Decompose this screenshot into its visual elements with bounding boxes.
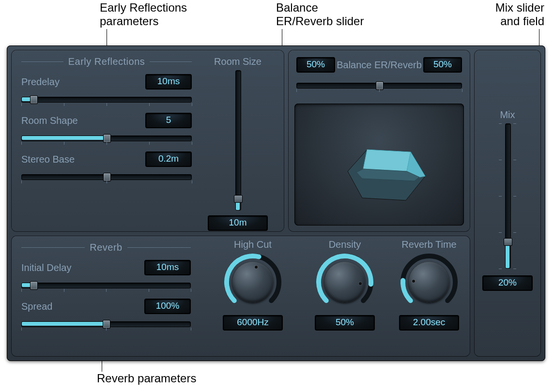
high-cut-knob[interactable] [224,253,282,311]
reverb-time-value[interactable]: 2.00sec [399,315,459,331]
room-size-slider[interactable] [233,70,243,211]
initial-delay-label: Initial Delay [21,262,71,273]
callout-reverb-params: Reverb parameters [97,372,196,385]
balance-slider[interactable] [296,78,462,92]
reverb-time-knob[interactable] [400,253,458,311]
reverb-time-label: Reverb Time [401,239,456,250]
initial-delay-value[interactable]: 10ms [144,260,191,275]
section-title-er: Early Reflections [68,56,145,67]
mix-value[interactable]: 20% [482,275,533,291]
spread-slider[interactable] [21,317,191,331]
density-label: Density [329,239,361,250]
room-shape-label: Room Shape [21,115,78,126]
mix-panel: Mix 20% [475,50,540,356]
early-reflections-panel: Early Reflections Predelay 10ms Room Sha… [12,50,284,231]
density-value[interactable]: 50% [315,315,375,331]
stereo-base-label: Stereo Base [21,154,75,165]
reverb-panel: Reverb Initial Delay 10ms Spread 100% [12,236,470,356]
predelay-value[interactable]: 10ms [145,74,192,90]
room-shape-value[interactable]: 5 [145,113,192,128]
balance-right-value[interactable]: 50% [423,57,462,73]
svg-marker-1 [363,150,411,171]
spread-label: Spread [21,301,53,312]
initial-delay-slider[interactable] [21,278,191,292]
room-size-value[interactable]: 10m [208,215,268,231]
high-cut-value[interactable]: 6000Hz [223,315,283,331]
callout-line [539,29,539,47]
high-cut-label: High Cut [234,239,272,250]
spread-value[interactable]: 100% [144,299,191,314]
room-shape-display [294,104,464,226]
stereo-base-value[interactable]: 0.2m [145,151,192,167]
reverb-plugin-window: Early Reflections Predelay 10ms Room Sha… [7,45,545,361]
density-knob[interactable] [316,253,374,311]
mix-slider[interactable] [503,123,512,269]
stereo-base-slider[interactable] [21,170,192,183]
callout-er-params: Early Reflections parameters [100,1,187,28]
mix-label: Mix [500,109,515,121]
predelay-slider[interactable] [21,92,192,106]
callout-balance: Balance ER/Reverb slider [276,1,364,28]
room-size-label: Room Size [214,56,262,67]
room-shape-slider[interactable] [21,131,192,145]
balance-left-value[interactable]: 50% [296,57,335,73]
section-title-reverb: Reverb [90,242,122,253]
balance-panel: 50% Balance ER/Reverb 50% [289,50,470,231]
predelay-label: Predelay [21,76,60,88]
balance-label: Balance ER/Reverb [337,60,422,70]
callout-mix: Mix slider and field [487,1,544,28]
